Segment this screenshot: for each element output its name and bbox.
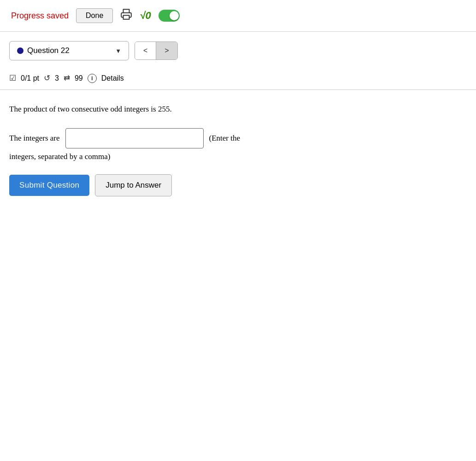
answer-hint-text: integers, separated by a comma) bbox=[9, 152, 467, 161]
question-dot-indicator bbox=[17, 47, 24, 54]
answer-prefix-label: The integers are bbox=[9, 134, 60, 143]
answer-suffix-label: (Enter the bbox=[209, 134, 241, 143]
history-icon: ↺ bbox=[44, 73, 50, 83]
info-row: ☑ 0/1 pt ↺ 3 ⇄ 99 i Details bbox=[0, 70, 476, 90]
answer-row: The integers are (Enter the bbox=[9, 128, 467, 148]
question-body-text: The product of two consecutive odd integ… bbox=[9, 103, 467, 115]
question-nav-buttons: < > bbox=[135, 41, 178, 60]
details-label[interactable]: Details bbox=[101, 74, 124, 83]
answer-input[interactable] bbox=[65, 128, 204, 148]
submit-question-button[interactable]: Submit Question bbox=[9, 175, 89, 196]
prev-question-button[interactable]: < bbox=[135, 42, 156, 59]
next-question-button[interactable]: > bbox=[156, 42, 177, 59]
done-button[interactable]: Done bbox=[76, 8, 113, 23]
jump-to-answer-button[interactable]: Jump to Answer bbox=[95, 174, 172, 196]
print-icon[interactable] bbox=[120, 8, 132, 23]
refresh-count: 99 bbox=[75, 74, 83, 83]
history-count: 3 bbox=[55, 74, 59, 83]
refresh-icon: ⇄ bbox=[64, 73, 70, 83]
svg-rect-0 bbox=[123, 15, 129, 19]
info-icon[interactable]: i bbox=[88, 74, 97, 83]
toggle-switch[interactable] bbox=[159, 10, 180, 22]
question-label: Question 22 bbox=[27, 46, 112, 55]
score-checkbox-icon: ☑ bbox=[9, 73, 16, 83]
toggle-track[interactable] bbox=[159, 10, 180, 22]
question-text-span: The product of two consecutive odd integ… bbox=[9, 105, 172, 113]
sqrt-label: √0 bbox=[140, 10, 151, 22]
progress-saved-label: Progress saved bbox=[11, 11, 69, 21]
button-row: Submit Question Jump to Answer bbox=[0, 174, 476, 196]
toggle-thumb bbox=[170, 11, 179, 20]
question-dropdown[interactable]: Question 22 ▼ bbox=[9, 41, 129, 60]
score-text: 0/1 pt bbox=[21, 74, 39, 83]
question-selector-row: Question 22 ▼ < > bbox=[0, 32, 476, 70]
question-area: The product of two consecutive odd integ… bbox=[0, 90, 476, 161]
toolbar: Progress saved Done √0 bbox=[0, 0, 476, 31]
chevron-down-icon: ▼ bbox=[115, 47, 121, 54]
